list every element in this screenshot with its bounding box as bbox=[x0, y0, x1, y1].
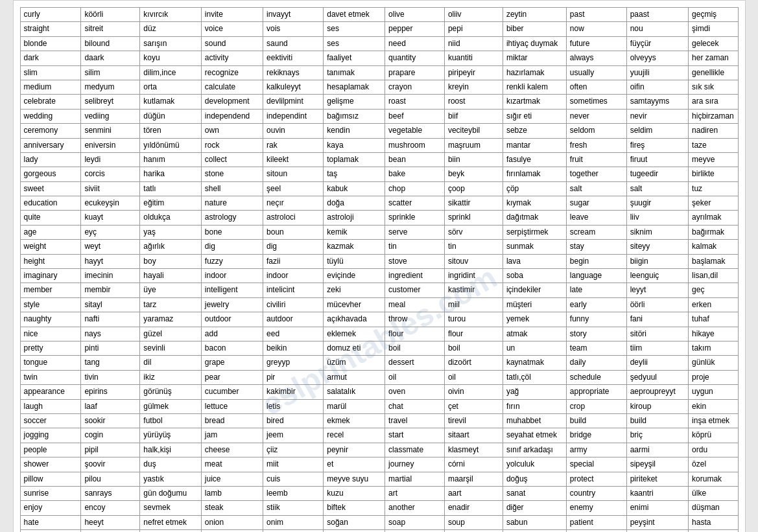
cell-10-15: siknim bbox=[626, 225, 688, 239]
cell-6-34: another bbox=[385, 501, 445, 515]
cell-2-36: terlik bbox=[140, 530, 201, 532]
cell-2-1: düz bbox=[140, 22, 201, 36]
cell-1-24: tang bbox=[81, 356, 140, 370]
cell-1-6: selibreyt bbox=[81, 95, 140, 109]
cell-8-9: mantar bbox=[503, 138, 566, 152]
cell-5-6: gelişme bbox=[324, 95, 385, 109]
cell-0-15: age bbox=[20, 225, 81, 239]
vocabulary-table: curlyköörlikıvırcıkinviteinvayytdavet et… bbox=[20, 7, 739, 532]
cell-4-28: bired bbox=[263, 413, 324, 428]
cell-1-31: şoovir bbox=[81, 457, 140, 472]
cell-3-24: grape bbox=[201, 356, 263, 370]
cell-4-26: kakimbir bbox=[263, 385, 324, 399]
cell-1-16: weyt bbox=[81, 240, 140, 254]
cell-10-29: briç bbox=[626, 428, 688, 443]
cell-11-29: köprü bbox=[689, 428, 738, 443]
cell-10-7: nevir bbox=[626, 109, 688, 123]
cell-2-32: yastık bbox=[140, 472, 201, 486]
cell-8-35: sabun bbox=[503, 515, 566, 529]
cell-11-33: ülke bbox=[689, 486, 738, 500]
cell-7-19: kastimir bbox=[444, 283, 503, 297]
cell-7-17: sitouv bbox=[444, 254, 503, 268]
cell-6-14: sprinkle bbox=[385, 211, 445, 225]
cell-0-30: people bbox=[20, 443, 81, 457]
cell-3-0: invite bbox=[201, 8, 263, 22]
cell-4-29: jeem bbox=[263, 428, 324, 443]
cell-3-7: independend bbox=[201, 109, 263, 123]
cell-0-20: style bbox=[20, 297, 81, 312]
cell-6-4: prapare bbox=[385, 65, 445, 80]
cell-2-23: sevinli bbox=[140, 341, 201, 355]
cell-9-22: story bbox=[566, 327, 626, 341]
cell-4-2: saund bbox=[263, 36, 324, 51]
cell-2-24: dil bbox=[140, 356, 201, 370]
cell-7-13: sikattir bbox=[444, 196, 503, 211]
cell-2-16: ağırlık bbox=[140, 240, 201, 254]
cell-2-20: tarz bbox=[140, 297, 201, 312]
cell-9-18: language bbox=[566, 269, 626, 283]
cell-10-36: guayyd bbox=[626, 530, 688, 532]
cell-7-31: córni bbox=[444, 457, 503, 472]
cell-6-7: beef bbox=[385, 109, 445, 123]
cell-8-5: renkli kalem bbox=[503, 80, 566, 94]
cell-9-29: bridge bbox=[566, 428, 626, 443]
cell-8-10: fasulye bbox=[503, 152, 566, 167]
cell-5-33: kuzu bbox=[324, 486, 385, 500]
cell-3-20: jewelry bbox=[201, 297, 263, 312]
cell-10-13: şuugir bbox=[626, 196, 688, 211]
cell-7-24: dizoört bbox=[444, 356, 503, 370]
cell-9-25: schedule bbox=[566, 370, 626, 384]
cell-7-35: soup bbox=[444, 515, 503, 529]
cell-8-16: sunmak bbox=[503, 240, 566, 254]
cell-8-7: sığır eti bbox=[503, 109, 566, 123]
cell-9-10: fruit bbox=[566, 152, 626, 167]
cell-10-25: şedyuul bbox=[626, 370, 688, 384]
cell-9-13: sugar bbox=[566, 196, 626, 211]
cell-5-9: kaya bbox=[324, 138, 385, 152]
cell-2-15: yaş bbox=[140, 225, 201, 239]
cell-2-8: tören bbox=[140, 124, 201, 138]
cell-8-8: sebze bbox=[503, 124, 566, 138]
cell-4-16: dig bbox=[263, 240, 324, 254]
cell-2-12: tatlı bbox=[140, 181, 201, 196]
cell-7-23: boil bbox=[444, 341, 503, 355]
cell-8-36: aksırmak bbox=[503, 530, 566, 532]
cell-5-0: davet etmek bbox=[324, 8, 385, 22]
cell-9-35: patient bbox=[566, 515, 626, 529]
cell-0-0: curly bbox=[20, 8, 81, 22]
cell-9-6: sometimes bbox=[566, 95, 626, 109]
cell-11-10: meyve bbox=[689, 152, 738, 167]
cell-7-5: kreyin bbox=[444, 80, 503, 94]
cell-10-26: aeproupreyyt bbox=[626, 385, 688, 399]
cell-10-32: piriteket bbox=[626, 472, 688, 486]
cell-0-33: sunrise bbox=[20, 486, 81, 500]
cell-4-23: beikin bbox=[263, 341, 324, 355]
cell-3-22: add bbox=[201, 327, 263, 341]
cell-3-11: stone bbox=[201, 167, 263, 181]
cell-3-35: onion bbox=[201, 515, 263, 529]
cell-6-20: meal bbox=[385, 297, 445, 312]
cell-4-6: devlilpmint bbox=[263, 95, 324, 109]
cell-1-34: encoy bbox=[81, 501, 140, 515]
cell-11-7: hiçbirzaman bbox=[689, 109, 738, 123]
cell-5-29: recel bbox=[324, 428, 385, 443]
cell-11-5: sık sık bbox=[689, 80, 738, 94]
cell-6-32: martial bbox=[385, 472, 445, 486]
cell-0-26: appearance bbox=[20, 385, 81, 399]
cell-10-23: tiim bbox=[626, 341, 688, 355]
cell-1-10: leydi bbox=[81, 152, 140, 167]
cell-4-5: kalkuleyyt bbox=[263, 80, 324, 94]
cell-1-26: epirins bbox=[81, 385, 140, 399]
cell-11-19: geç bbox=[689, 283, 738, 297]
cell-3-32: juice bbox=[201, 472, 263, 486]
cell-9-26: appropriate bbox=[566, 385, 626, 399]
cell-4-3: eektiviti bbox=[263, 51, 324, 65]
cell-6-23: boil bbox=[385, 341, 445, 355]
cell-10-20: öörli bbox=[626, 297, 688, 312]
cell-2-21: yaramaz bbox=[140, 312, 201, 327]
cell-3-34: steak bbox=[201, 501, 263, 515]
cell-6-22: flour bbox=[385, 327, 445, 341]
cell-6-19: customer bbox=[385, 283, 445, 297]
cell-3-29: jam bbox=[201, 428, 263, 443]
cell-9-1: now bbox=[566, 22, 626, 36]
